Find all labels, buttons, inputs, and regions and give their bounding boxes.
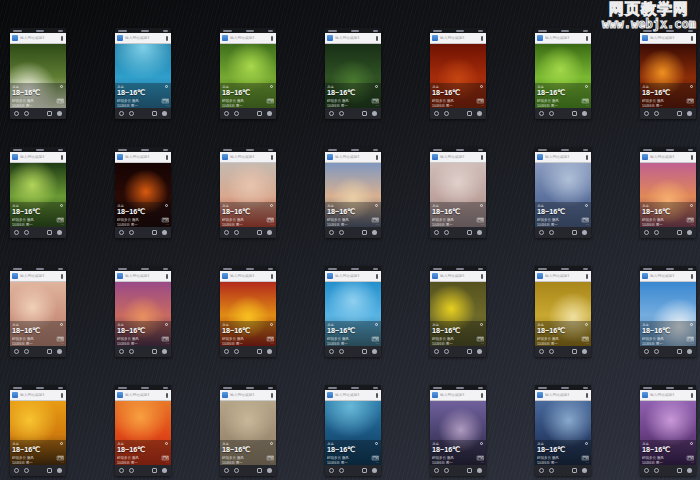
search-bar: 输入网址或搜索 [10, 33, 66, 44]
phone-card-pink-mist-mountain[interactable]: 输入网址或搜索 北京 18~16℃ 晴转多云 微风 PM 10月6日 周一 ··… [430, 147, 486, 238]
phone-card-red-tulip-closeup[interactable]: 输入网址或搜索 北京 18~16℃ 晴转多云 微风 PM 10月6日 周一 ··… [115, 385, 171, 476]
phone-card-golden-blur-flower[interactable]: 输入网址或搜索 北京 18~16℃ 晴转多云 微风 PM 10月6日 周一 ··… [535, 266, 591, 357]
phone-card-dark-forest[interactable]: 输入网址或搜索 北京 18~16℃ 晴转多云 微风 PM 10月6日 周一 ··… [325, 28, 381, 119]
weather-overlay: 北京 18~16℃ 晴转多云 微风 PM 10月6日 周一 ··· [325, 83, 381, 108]
time-text [141, 30, 149, 32]
phone-card-sand-footprint[interactable]: 输入网址或搜索 北京 18~16℃ 晴转多云 微风 PM 10月6日 周一 ··… [220, 385, 276, 476]
mic-icon [376, 274, 378, 279]
battery-icon [478, 149, 483, 151]
search-bar: 输入网址或搜索 [115, 390, 171, 401]
pm-badge: PM [57, 217, 64, 221]
pagination-dots: ··· [480, 342, 484, 344]
search-placeholder: 输入网址或搜索 [230, 274, 254, 278]
phone-card-violet-dusk-sea[interactable]: 输入网址或搜索 北京 18~16℃ 晴转多云 微风 PM 10月6日 周一 ··… [115, 266, 171, 357]
watermark-site-name: 网页教学网 [602, 2, 696, 18]
profile-icon [57, 349, 62, 354]
phone-card-dandelion[interactable]: 输入网址或搜索 北京 18~16℃ 晴转多云 微风 PM 10月6日 周一 ··… [430, 266, 486, 357]
weather-desc: 晴转多云 微风 [117, 218, 139, 221]
wallpaper: 北京 18~16℃ 晴转多云 微风 PM 10月6日 周一 ··· [325, 163, 381, 227]
phone-card-red-gradient[interactable]: 输入网址或搜索 北京 18~16℃ 晴转多云 微风 PM 10月6日 周一 ··… [430, 28, 486, 119]
phone-card-red-lanterns[interactable]: 输入网址或搜索 北京 18~16℃ 晴转多云 微风 PM 10月6日 周一 ··… [115, 147, 171, 238]
bottom-toolbar [325, 108, 381, 119]
weather-overlay: 北京 18~16℃ 晴转多云 微风 PM 10月6日 周一 ··· [220, 321, 276, 346]
phone-card-milkyway-purple[interactable]: 输入网址或搜索 北京 18~16℃ 晴转多云 微风 PM 10月6日 周一 ··… [430, 385, 486, 476]
search-placeholder: 输入网址或搜索 [125, 393, 149, 397]
refresh-icon [690, 85, 693, 88]
refresh-icon [480, 323, 483, 326]
profile-icon [57, 468, 62, 473]
bottom-toolbar [220, 346, 276, 357]
wallpaper: 北京 18~16℃ 晴转多云 微风 PM 10月6日 周一 ··· [535, 44, 591, 108]
refresh-icon [480, 204, 483, 207]
time-text [246, 149, 254, 151]
phone-card-sky-white-clouds[interactable]: 输入网址或搜索 北京 18~16℃ 晴转多云 微风 PM 10月6日 周一 ··… [640, 266, 696, 357]
weather-desc: 晴转多云 微风 [327, 456, 349, 459]
phone-card-blue-mist-mountain[interactable]: 输入网址或搜索 北京 18~16℃ 晴转多云 微风 PM 10月6日 周一 ··… [535, 147, 591, 238]
browser-logo-icon [327, 273, 333, 279]
weather-date: 10月6日 周一 [222, 461, 243, 464]
weather-overlay: 北京 18~16℃ 晴转多云 微风 PM 10月6日 周一 ··· [220, 202, 276, 227]
phone-card-dusk-sea[interactable]: 输入网址或搜索 北京 18~16℃ 晴转多云 微风 PM 10月6日 周一 ··… [325, 147, 381, 238]
bottom-toolbar [640, 465, 696, 476]
phone-card-lighthouse-sunset[interactable]: 输入网址或搜索 北京 18~16℃ 晴转多云 微风 PM 10月6日 周一 ··… [10, 266, 66, 357]
pm-badge: PM [162, 98, 169, 102]
search-icon [14, 111, 19, 116]
search-placeholder: 输入网址或搜索 [20, 274, 44, 278]
mic-icon [61, 393, 63, 398]
tabs-icon [467, 111, 472, 116]
history-icon [444, 111, 449, 116]
phone-card-tulip-stamens[interactable]: 输入网址或搜索 北京 18~16℃ 晴转多云 微风 PM 10月6日 周一 ··… [220, 266, 276, 357]
phone-card-baby-portrait[interactable]: 输入网址或搜索 北京 18~16℃ 晴转多云 微风 PM 10月6日 周一 ··… [220, 147, 276, 238]
carrier-text [328, 387, 337, 389]
phone-card-deep-sea-rays[interactable]: 输入网址或搜索 北京 18~16℃ 晴转多云 微风 PM 10月6日 周一 ··… [325, 385, 381, 476]
weather-desc: 晴转多云 微风 [537, 337, 559, 340]
pm-badge: PM [57, 98, 64, 102]
phone-card-underwater-light[interactable]: 输入网址或搜索 北京 18~16℃ 晴转多云 微风 PM 10月6日 周一 ··… [115, 28, 171, 119]
pagination-dots: ··· [480, 461, 484, 463]
search-icon [119, 230, 124, 235]
mic-icon [166, 274, 168, 279]
pm-badge: PM [582, 336, 589, 340]
history-icon [549, 230, 554, 235]
weather-temp: 18~16℃ [117, 208, 164, 215]
search-bar: 输入网址或搜索 [325, 152, 381, 163]
weather-date: 10月6日 周一 [642, 461, 663, 464]
search-placeholder: 输入网址或搜索 [230, 393, 254, 397]
search-bar: 输入网址或搜索 [220, 390, 276, 401]
tabs-icon [362, 111, 367, 116]
bottom-toolbar [325, 465, 381, 476]
bottom-toolbar [115, 108, 171, 119]
battery-icon [373, 30, 378, 32]
phone-card-maple-leaves[interactable]: 输入网址或搜索 北京 18~16℃ 晴转多云 微风 PM 10月6日 周一 ··… [220, 28, 276, 119]
battery-icon [478, 30, 483, 32]
phone-card-orange-tulip-field[interactable]: 输入网址或搜索 北京 18~16℃ 晴转多云 微风 PM 10月6日 周一 ··… [10, 385, 66, 476]
refresh-icon [270, 85, 273, 88]
phone-card-orange-bokeh[interactable]: 输入网址或搜索 北京 18~16℃ 晴转多云 微风 PM 10月6日 周一 ··… [640, 28, 696, 119]
phone-card-green-aurora[interactable]: 输入网址或搜索 北京 18~16℃ 晴转多云 微风 PM 10月6日 周一 ··… [10, 147, 66, 238]
phone-card-fresh-green-leaves[interactable]: 输入网址或搜索 北京 18~16℃ 晴转多云 微风 PM 10月6日 周一 ··… [535, 28, 591, 119]
weather-overlay: 北京 18~16℃ 晴转多云 微风 PM 10月6日 周一 ··· [220, 83, 276, 108]
weather-date: 10月6日 周一 [12, 104, 33, 107]
weather-overlay: 北京 18~16℃ 晴转多云 微风 PM 10月6日 周一 ··· [115, 83, 171, 108]
refresh-icon [60, 323, 63, 326]
phone-card-blue-sky-sea[interactable]: 输入网址或搜索 北京 18~16℃ 晴转多云 微风 PM 10月6日 周一 ··… [325, 266, 381, 357]
weather-date: 10月6日 周一 [222, 342, 243, 345]
search-placeholder: 输入网址或搜索 [20, 155, 44, 159]
carrier-text [433, 149, 442, 151]
battery-icon [58, 268, 63, 270]
phone-card-galaxy-violet[interactable]: 输入网址或搜索 北京 18~16℃ 晴转多云 微风 PM 10月6日 周一 ··… [640, 385, 696, 476]
profile-icon [162, 111, 167, 116]
profile-icon [162, 349, 167, 354]
pm-badge: PM [372, 336, 379, 340]
phone-card-magenta-sunset-sea[interactable]: 输入网址或搜索 北京 18~16℃ 晴转多云 微风 PM 10月6日 周一 ··… [640, 147, 696, 238]
carrier-text [223, 149, 232, 151]
phone-card-milkyway-blue[interactable]: 输入网址或搜索 北京 18~16℃ 晴转多云 微风 PM 10月6日 周一 ··… [535, 385, 591, 476]
refresh-icon [165, 442, 168, 445]
weather-overlay: 北京 18~16℃ 晴转多云 微风 PM 10月6日 周一 ··· [325, 440, 381, 465]
weather-temp: 18~16℃ [327, 327, 374, 334]
phone-card-white-flower-green[interactable]: 输入网址或搜索 北京 18~16℃ 晴转多云 微风 PM 10月6日 周一 ··… [10, 28, 66, 119]
weather-desc: 晴转多云 微风 [12, 337, 34, 340]
browser-logo-icon [222, 273, 228, 279]
browser-logo-icon [327, 392, 333, 398]
time-text [351, 30, 359, 32]
